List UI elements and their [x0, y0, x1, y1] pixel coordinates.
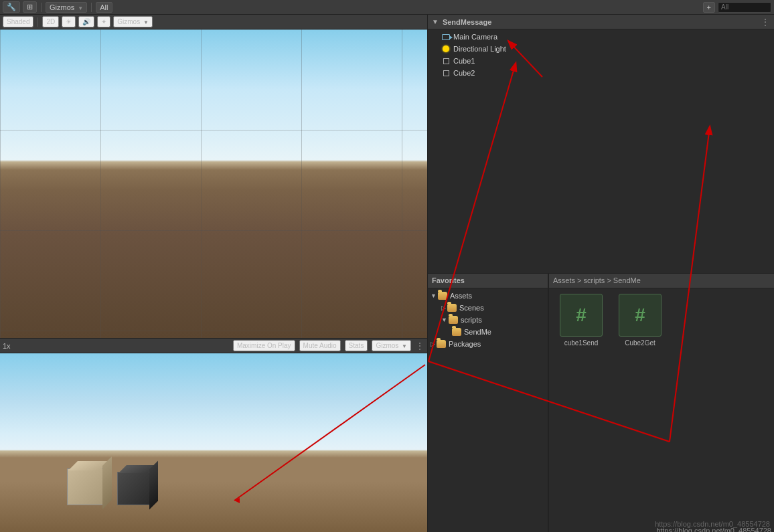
- scene-effects-btn[interactable]: ✦: [97, 16, 110, 27]
- main-camera-label: Main Camera: [453, 33, 497, 41]
- assets-label: Assets: [450, 292, 472, 300]
- hierarchy-more-btn[interactable]: ⋮: [761, 17, 770, 27]
- files-content: # cube1Send # Cube2Get: [549, 288, 774, 533]
- tree-item-scenes[interactable]: ▷ Scenes: [428, 302, 548, 314]
- watermark-absolute: https://blog.csdn.net/m0_48554728: [655, 520, 770, 528]
- hierarchy-toolbar: ▼ SendMessage ⋮: [428, 15, 774, 29]
- hierarchy-item-main-camera[interactable]: Main Camera: [428, 31, 774, 43]
- light-icon-shape: [443, 46, 449, 52]
- game-gizmos-btn[interactable]: Gizmos ▼: [372, 340, 411, 351]
- scene-view: Shaded 2D ☀ 🔊 ✦ Gizmos ▼: [0, 15, 427, 338]
- top-search-input[interactable]: [718, 2, 771, 13]
- scene-shading-btn[interactable]: Shaded: [3, 16, 33, 27]
- game-more-btn[interactable]: ⋮: [415, 341, 424, 351]
- scripts-label: scripts: [461, 316, 482, 324]
- sendme-label: SendMe: [464, 328, 491, 336]
- project-files-panel: Assets > scripts > SendMe # cube1Send: [548, 274, 774, 533]
- zoom-label: 1x: [3, 342, 11, 350]
- hierarchy-item-directional-light[interactable]: Directional Light: [428, 43, 774, 55]
- right-panel: ▼ SendMessage ⋮ Main Camera: [427, 15, 774, 532]
- scene-canvas: [0, 29, 427, 338]
- cube2-label: Cube2: [453, 69, 475, 77]
- cube1-icon-shape: [443, 58, 449, 64]
- cube2-icon-shape: [443, 70, 449, 76]
- scenes-label: Scenes: [459, 304, 484, 312]
- breadcrumb-text: Assets > scripts > SendMe: [553, 276, 641, 284]
- top-toolbar: 🔧 ⊞ Gizmos ▼ All +: [0, 0, 774, 15]
- cube2get-hash: #: [635, 304, 645, 326]
- stats-btn[interactable]: Stats: [345, 340, 368, 351]
- cube1send-label: cube1Send: [564, 339, 599, 347]
- favorites-toolbar: Favorites: [428, 274, 548, 288]
- scenes-folder-icon: [447, 304, 457, 312]
- scripts-folder-icon: [449, 316, 458, 324]
- cube2-object: [117, 472, 151, 505]
- hierarchy-item-cube1[interactable]: Cube1: [428, 55, 774, 67]
- left-panel: Shaded 2D ☀ 🔊 ✦ Gizmos ▼: [0, 15, 427, 532]
- favorites-title: Favorites: [432, 276, 465, 284]
- main-area: Shaded 2D ☀ 🔊 ✦ Gizmos ▼: [0, 15, 774, 532]
- light-icon: [441, 44, 451, 54]
- game-sky: [0, 353, 427, 487]
- camera-icon-shape: [442, 34, 450, 40]
- scene-toolbar: Shaded 2D ☀ 🔊 ✦ Gizmos ▼: [0, 15, 427, 29]
- gizmos-btn[interactable]: Gizmos ▼: [46, 2, 87, 13]
- cubes-container: [67, 468, 151, 505]
- add-btn-right[interactable]: +: [703, 2, 715, 13]
- scene-light-btn[interactable]: ☀: [62, 16, 76, 27]
- sep3: [37, 17, 38, 27]
- scene-audio-btn[interactable]: 🔊: [78, 16, 94, 27]
- cube1-icon: [441, 56, 451, 66]
- cube2get-icon-bg: #: [619, 294, 662, 337]
- cube2-icon: [441, 68, 451, 78]
- tree-item-assets[interactable]: ▼ Assets: [428, 290, 548, 302]
- files-breadcrumb: Assets > scripts > SendMe: [549, 274, 774, 288]
- packages-folder-icon: [437, 340, 446, 348]
- scripts-expand-arrow: ▼: [441, 317, 447, 323]
- sep2: [91, 3, 92, 12]
- game-toolbar: 1x Maximize On Play Mute Audio Stats Giz…: [0, 339, 427, 353]
- cube1-label: Cube1: [453, 57, 475, 65]
- bottom-panels: Favorites ▼ Assets ▷ Scenes: [428, 274, 774, 533]
- hierarchy-title: SendMessage: [443, 18, 491, 26]
- tree-item-sendme[interactable]: SendMe: [428, 326, 548, 338]
- sep1: [41, 3, 42, 12]
- camera-icon: [441, 32, 451, 41]
- script-file-cube1send[interactable]: # cube1Send: [554, 294, 608, 527]
- packages-label: Packages: [449, 340, 481, 348]
- project-tree-content: ▼ Assets ▷ Scenes ▼: [428, 288, 548, 533]
- hierarchy-item-cube2[interactable]: Cube2: [428, 67, 774, 79]
- all-btn-top[interactable]: All: [96, 2, 112, 13]
- scene-grid: [0, 29, 427, 338]
- game-canvas: [0, 353, 427, 532]
- directional-light-label: Directional Light: [453, 45, 506, 53]
- gizmos-dropdown-arrow: ▼: [78, 5, 83, 11]
- script-file-cube2get[interactable]: # Cube2Get: [613, 294, 667, 527]
- scenes-expand-arrow: ▷: [441, 304, 446, 311]
- cube1-object: [67, 468, 104, 505]
- hierarchy-collapse-arrow[interactable]: ▼: [432, 18, 439, 25]
- sendme-folder-icon: [452, 328, 461, 336]
- assets-folder-icon: [438, 292, 447, 300]
- cube2get-label: Cube2Get: [625, 339, 655, 347]
- favorites-panel: Favorites ▼ Assets ▷ Scenes: [428, 274, 548, 533]
- layers-btn[interactable]: ⊞: [23, 1, 37, 13]
- game-gizmos-arrow: ▼: [402, 343, 407, 349]
- cube1send-hash: #: [576, 304, 587, 326]
- hierarchy-panel: ▼ SendMessage ⋮ Main Camera: [428, 15, 774, 274]
- cube1send-icon-bg: #: [560, 294, 603, 337]
- scene-gizmos-btn[interactable]: Gizmos ▼: [113, 16, 153, 27]
- assets-expand-arrow: ▼: [431, 292, 437, 299]
- scene-2d-btn[interactable]: 2D: [42, 16, 59, 27]
- tree-item-scripts[interactable]: ▼ scripts: [428, 314, 548, 326]
- tree-item-packages[interactable]: ▷ Packages: [428, 338, 548, 350]
- packages-expand-arrow: ▷: [431, 341, 435, 347]
- maximize-on-play-btn[interactable]: Maximize On Play: [233, 340, 295, 351]
- game-view: 1x Maximize On Play Mute Audio Stats Giz…: [0, 338, 427, 532]
- wrench-btn[interactable]: 🔧: [3, 1, 20, 13]
- game-ground: [0, 482, 427, 532]
- hierarchy-content: Main Camera Directional Light: [428, 29, 774, 273]
- mute-audio-btn[interactable]: Mute Audio: [299, 340, 341, 351]
